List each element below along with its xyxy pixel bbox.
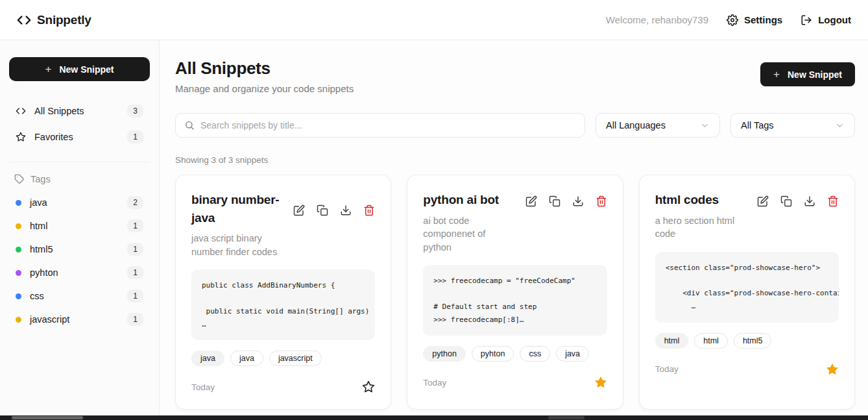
code-preview: <section class="prod-showcase-hero"> <di… [655,252,839,323]
tag-count-badge: 1 [127,266,143,279]
logout-icon [801,14,812,26]
tag-label: html [30,221,47,231]
snippet-tags: javajavajavascript [191,351,322,366]
scrollbar-thumb[interactable] [12,416,83,419]
copy-snippet-button[interactable] [317,194,328,227]
sidebar-item-all-snippets[interactable]: All Snippets 3 [9,101,150,121]
tag-color-dot [16,200,21,206]
edit-snippet-button[interactable] [293,194,305,227]
tag-color-dot [16,317,21,323]
snippet-date: Today [423,378,446,388]
tag-color-dot [16,293,21,299]
tag-count-badge: 1 [127,290,143,303]
snippet-tag-pill: python [423,346,466,362]
results-count-text: Showing 3 of 3 snippets [175,155,855,165]
snippet-tag-pill: html5 [734,333,772,349]
chevron-down-icon [700,121,710,130]
filter-bar: All Languages All Tags [175,113,855,138]
sidebar-tag-item[interactable]: html5 1 [9,239,150,260]
trash-icon [363,204,375,216]
bottom-scrollbar-track [0,415,868,420]
gear-icon [727,14,738,26]
favorite-toggle-button[interactable] [594,376,607,389]
code-preview: >>> freecodecamp = "freeCodeCamp" # Defa… [423,265,607,336]
snippet-tag-pill: javascript [269,351,322,366]
star-filled-icon [594,376,607,389]
snippet-description: a hero section html code [655,214,747,241]
download-icon [572,195,584,207]
trash-icon [596,195,607,207]
code-brackets-icon [16,106,26,116]
star-icon [16,132,26,142]
tag-count-badge: 1 [127,219,143,232]
settings-button[interactable]: Settings [727,14,782,26]
copy-icon [780,195,792,207]
sidebar-tag-item[interactable]: html 1 [9,216,150,236]
search-input[interactable] [200,120,576,130]
snippet-title: binary number-java [191,191,287,227]
sidebar-tag-item[interactable]: javascript 1 [9,309,150,330]
snippet-tag-pill: java [191,351,224,366]
tag-label: pyhton [30,267,58,278]
language-filter-select[interactable]: All Languages [596,113,720,138]
tag-count-badge: 1 [127,313,143,326]
delete-snippet-button[interactable] [827,194,839,209]
sidebar-new-snippet-button[interactable]: + New Snippet [9,57,150,81]
snippet-tag-pill: pyhton [472,346,514,362]
edit-snippet-button[interactable] [525,194,537,209]
download-snippet-button[interactable] [572,194,584,209]
sidebar-tag-item[interactable]: css 1 [9,286,150,306]
plus-icon: + [773,69,780,80]
tag-filter-value: All Tags [741,120,774,130]
sidebar: + New Snippet All Snippets 3 Favorites 1 [0,40,160,420]
tag-color-dot [16,270,21,276]
logout-label: Logout [818,14,851,25]
snippet-date: Today [655,364,679,374]
copy-icon [549,195,561,207]
favorite-toggle-button[interactable] [826,363,839,376]
favorite-toggle-button[interactable] [362,380,375,393]
delete-snippet-button[interactable] [363,194,375,227]
top-bar: Snippetly Welcome, rehanboy739 Settings … [0,0,868,40]
logout-button[interactable]: Logout [801,14,851,26]
settings-label: Settings [744,14,782,25]
snippet-title: html codes [655,191,719,209]
snippet-tag-pill: css [520,346,550,362]
plus-icon: + [45,64,52,75]
new-snippet-button[interactable]: + New Snippet [760,62,855,86]
tag-count-badge: 1 [127,243,143,256]
app-logo: Snippetly [17,13,91,27]
snippet-tag-pill: html [694,333,728,349]
snippet-card: html codes a hero section html code <sec… [639,175,855,410]
snippet-tag-pill: java [556,346,589,362]
delete-snippet-button[interactable] [596,194,607,209]
language-filter-value: All Languages [606,120,666,130]
tag-label: javascript [30,314,69,325]
download-snippet-button[interactable] [340,194,352,227]
scrollbar-thumb[interactable] [548,416,585,419]
card-actions [293,191,375,227]
download-snippet-button[interactable] [804,194,815,209]
tag-label: java [30,197,47,208]
code-brackets-icon [17,13,31,27]
tag-count-badge: 2 [127,196,143,209]
copy-snippet-button[interactable] [549,194,561,209]
copy-snippet-button[interactable] [780,194,792,209]
card-actions [757,191,839,209]
edit-snippet-button[interactable] [757,194,769,209]
sidebar-item-favorites[interactable]: Favorites 1 [9,127,150,147]
star-filled-icon [826,363,839,376]
sidebar-tag-item[interactable]: java 2 [9,192,150,213]
snippet-tag-pill: java [230,351,263,366]
snippet-title: python ai bot [423,191,499,209]
tag-label: html5 [30,244,53,254]
tag-icon [14,174,25,184]
nav-item-label: Favorites [34,132,73,142]
copy-icon [317,204,328,216]
snippet-tags: pythonpyhtoncssjava [423,346,589,362]
code-preview: public class AddBinaryNumbers { public s… [191,269,375,340]
new-snippet-label: New Snippet [59,64,114,75]
edit-icon [525,195,537,207]
tag-filter-select[interactable]: All Tags [730,113,855,138]
sidebar-tag-item[interactable]: pyhton 1 [9,262,150,283]
